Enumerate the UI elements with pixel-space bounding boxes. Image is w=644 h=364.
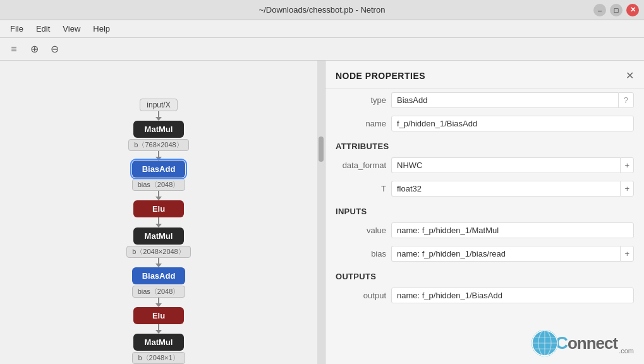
- zoom-in-button[interactable]: ⊕: [25, 40, 43, 58]
- prop-row-data-format: data_format NHWC +: [325, 154, 644, 177]
- node-matmul2[interactable]: MatMul b〈2048×2048〉: [126, 228, 190, 258]
- T-expand-button[interactable]: +: [620, 181, 634, 197]
- data-format-container: NHWC +: [391, 157, 634, 173]
- connector-2: [158, 151, 159, 157]
- menu-view[interactable]: View: [58, 21, 85, 36]
- node-matmul2-main: MatMul: [133, 228, 184, 245]
- node-elu2-main: Elu: [133, 307, 184, 324]
- prop-row-type: type BiasAdd ?: [325, 88, 644, 112]
- value-value: name: f_p/hidden_1/MatMul: [391, 222, 634, 238]
- T-value: float32: [391, 181, 620, 197]
- output-value: name: f_p/hidden_1/BiasAdd: [391, 288, 634, 303]
- watermark: Connect .com: [532, 330, 634, 356]
- scrollbar-thumb[interactable]: [319, 136, 324, 162]
- type-label: type: [336, 95, 386, 105]
- name-label: name: [336, 119, 386, 128]
- node-biasadd2-sub: bias〈2048〉: [132, 286, 186, 298]
- right-panel: NODE PROPERTIES ✕ type BiasAdd ? name f_…: [325, 61, 644, 364]
- data-format-expand-button[interactable]: +: [620, 157, 634, 173]
- panel-title: NODE PROPERTIES: [336, 71, 425, 81]
- menu-file[interactable]: File: [5, 21, 28, 36]
- node-input[interactable]: input/X: [140, 99, 177, 111]
- data-format-label: data_format: [336, 161, 386, 170]
- value-label: value: [336, 226, 386, 235]
- node-matmul3[interactable]: MatMul b〈2048×1〉: [132, 334, 185, 364]
- panel-close-button[interactable]: ✕: [626, 70, 634, 82]
- prop-row-bias: bias name: f_p/hidden_1/bias/read +: [325, 242, 644, 265]
- connector-1: [158, 111, 159, 117]
- graph-content: input/X MatMul b〈768×2048〉 BiasAdd bias〈…: [0, 61, 317, 364]
- output-label: output: [336, 291, 386, 300]
- menu-help[interactable]: Help: [88, 21, 115, 36]
- connector-3: [158, 191, 159, 197]
- prop-row-value: value name: f_p/hidden_1/MatMul: [325, 219, 644, 242]
- connector-4: [158, 217, 159, 223]
- window-controls: – □ ✕: [593, 4, 639, 16]
- data-format-value: NHWC: [391, 157, 620, 173]
- maximize-button[interactable]: □: [610, 4, 623, 16]
- minimize-button[interactable]: –: [593, 4, 606, 16]
- inputs-header: INPUTS: [325, 200, 644, 219]
- bias-container: name: f_p/hidden_1/bias/read +: [391, 246, 634, 262]
- node-matmul2-sub: b〈2048×2048〉: [126, 246, 190, 258]
- main-layout: input/X MatMul b〈768×2048〉 BiasAdd bias〈…: [0, 61, 644, 364]
- node-matmul1-sub: b〈768×2048〉: [128, 139, 188, 151]
- T-label: T: [336, 184, 386, 193]
- node-biasadd2-main: BiasAdd: [132, 267, 186, 284]
- type-value-container: BiasAdd ?: [391, 92, 634, 108]
- watermark-suffix: .com: [619, 347, 634, 355]
- zoom-out-icon: ⊖: [51, 43, 59, 55]
- toolbar: ≡ ⊕ ⊖: [0, 38, 644, 61]
- title-bar: ~/Downloads/chessbot.pb - Netron – □ ✕: [0, 0, 644, 20]
- watermark-globe: [532, 330, 558, 356]
- name-value: f_p/hidden_1/BiasAdd: [391, 116, 634, 131]
- node-biasadd1[interactable]: BiasAdd bias〈2048〉: [132, 161, 186, 191]
- outputs-header: OUTPUTS: [325, 265, 644, 284]
- bias-label: bias: [336, 249, 386, 258]
- type-help-icon[interactable]: ?: [618, 92, 634, 108]
- bias-expand-button[interactable]: +: [620, 246, 634, 262]
- watermark-text: Connect: [556, 333, 617, 353]
- menu-edit[interactable]: Edit: [31, 21, 55, 36]
- prop-row-T: T float32 +: [325, 177, 644, 200]
- globe-svg: [532, 330, 558, 356]
- connector-7: [158, 324, 159, 330]
- close-button[interactable]: ✕: [626, 4, 639, 16]
- attributes-header: ATTRIBUTES: [325, 135, 644, 154]
- type-value: BiasAdd: [391, 92, 618, 108]
- node-elu1-main: Elu: [133, 200, 184, 217]
- watermark-onnect: onnect: [568, 334, 617, 353]
- list-button[interactable]: ≡: [5, 40, 23, 58]
- node-matmul3-sub: b〈2048×1〉: [132, 352, 185, 364]
- node-elu2[interactable]: Elu: [133, 307, 184, 324]
- node-biasadd2[interactable]: BiasAdd bias〈2048〉: [132, 267, 186, 298]
- node-input-label: input/X: [140, 99, 177, 111]
- T-container: float32 +: [391, 181, 634, 197]
- menu-bar: File Edit View Help: [0, 20, 644, 38]
- node-matmul1-main: MatMul: [133, 121, 184, 138]
- prop-row-output: output name: f_p/hidden_1/BiasAdd: [325, 284, 644, 307]
- scrollbar-vertical[interactable]: [317, 61, 325, 364]
- zoom-in-icon: ⊕: [30, 43, 39, 55]
- bias-value: name: f_p/hidden_1/bias/read: [391, 246, 620, 262]
- list-icon: ≡: [11, 44, 16, 55]
- graph-area[interactable]: input/X MatMul b〈768×2048〉 BiasAdd bias〈…: [0, 61, 325, 364]
- panel-header: NODE PROPERTIES ✕: [325, 61, 644, 88]
- zoom-out-button[interactable]: ⊖: [46, 40, 63, 58]
- connector-5: [158, 258, 159, 264]
- node-matmul1[interactable]: MatMul b〈768×2048〉: [128, 121, 188, 151]
- node-elu1[interactable]: Elu: [133, 200, 184, 217]
- node-biasadd1-sub: bias〈2048〉: [132, 179, 186, 191]
- node-matmul3-main: MatMul: [133, 334, 184, 351]
- window-title: ~/Downloads/chessbot.pb - Netron: [259, 5, 386, 15]
- connector-6: [158, 298, 159, 303]
- prop-row-name: name f_p/hidden_1/BiasAdd: [325, 112, 644, 135]
- node-biasadd1-main: BiasAdd: [132, 161, 186, 178]
